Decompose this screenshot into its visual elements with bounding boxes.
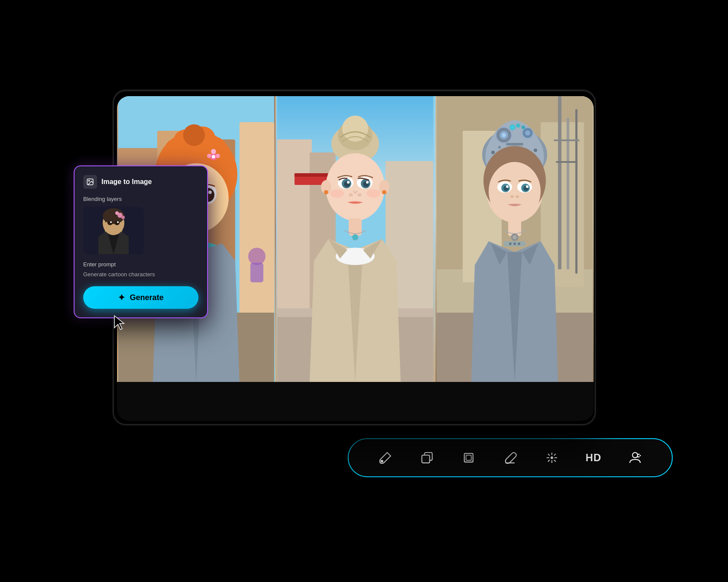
generate-star-icon: ✦	[118, 292, 125, 303]
person-icon[interactable]	[625, 447, 646, 468]
svg-point-23	[207, 154, 211, 158]
svg-line-130	[548, 454, 550, 456]
hd-icon[interactable]: HD	[583, 447, 604, 468]
scifi-panel	[436, 96, 594, 382]
prompt-text: Generate cartoon characters	[83, 271, 198, 278]
svg-point-58	[358, 193, 362, 197]
svg-point-139	[637, 454, 638, 455]
layers-icon[interactable]	[417, 447, 438, 468]
realistic-panel	[276, 96, 435, 382]
prompt-label: Enter prompt	[83, 261, 198, 268]
svg-rect-70	[575, 109, 577, 274]
svg-point-104	[509, 242, 511, 245]
blending-image-inner	[83, 207, 144, 254]
blending-label: Blending layers	[83, 196, 198, 202]
svg-point-56	[366, 181, 369, 184]
svg-point-79	[525, 130, 530, 136]
svg-point-98	[510, 195, 514, 198]
svg-point-108	[88, 180, 89, 181]
svg-point-99	[515, 195, 519, 198]
svg-point-97	[526, 185, 528, 188]
svg-point-59	[330, 189, 344, 198]
svg-point-120	[381, 460, 384, 462]
svg-point-62	[352, 234, 358, 240]
svg-point-96	[506, 185, 508, 188]
svg-point-116	[107, 221, 113, 225]
svg-point-57	[349, 193, 353, 197]
svg-point-102	[512, 235, 517, 239]
generate-button[interactable]: ✦ Generate	[83, 286, 198, 309]
svg-point-89	[488, 162, 540, 221]
svg-point-18	[208, 191, 212, 194]
svg-point-135	[633, 453, 638, 458]
cursor	[114, 315, 126, 330]
svg-point-82	[521, 126, 525, 129]
svg-point-118	[110, 221, 112, 223]
svg-rect-68	[558, 96, 561, 269]
svg-rect-124	[466, 455, 471, 460]
svg-rect-72	[556, 161, 577, 163]
svg-point-11	[183, 124, 205, 146]
svg-point-85	[533, 149, 537, 152]
svg-point-134	[551, 456, 553, 459]
svg-point-106	[517, 242, 520, 245]
svg-point-55	[347, 181, 350, 184]
svg-point-44	[326, 153, 385, 221]
svg-point-140	[637, 456, 638, 458]
svg-point-138	[638, 456, 640, 458]
generate-label: Generate	[130, 293, 163, 302]
svg-point-136	[638, 454, 640, 455]
svg-point-115	[115, 211, 119, 215]
blending-image	[83, 207, 144, 254]
svg-point-117	[114, 221, 120, 225]
svg-point-114	[121, 216, 125, 219]
toolbar: HD	[348, 438, 673, 477]
svg-point-48	[382, 190, 387, 194]
svg-point-21	[211, 149, 216, 154]
svg-rect-31	[250, 263, 263, 282]
svg-line-132	[554, 454, 556, 456]
svg-point-81	[516, 123, 520, 128]
svg-point-80	[510, 125, 515, 130]
svg-point-84	[498, 146, 500, 149]
magic-icon[interactable]	[542, 447, 562, 468]
svg-rect-122	[422, 455, 430, 463]
panel-card: Image to Image Blending layers	[74, 165, 208, 318]
svg-point-77	[501, 133, 506, 137]
svg-line-131	[554, 460, 556, 462]
svg-point-29	[248, 248, 266, 265]
svg-rect-86	[506, 143, 523, 146]
svg-point-83	[491, 151, 494, 154]
svg-point-24	[212, 155, 215, 158]
panel-card-title: Image to Image	[101, 178, 152, 186]
brush-icon[interactable]	[375, 447, 396, 468]
svg-point-137	[640, 455, 641, 456]
svg-point-43	[342, 116, 368, 142]
svg-point-60	[367, 189, 380, 198]
svg-point-105	[513, 242, 516, 245]
svg-point-47	[324, 190, 328, 194]
svg-point-119	[117, 221, 119, 223]
panel-header: Image to Image	[83, 175, 198, 189]
svg-rect-123	[465, 453, 473, 462]
panel-card-icon	[83, 175, 97, 189]
eraser-icon[interactable]	[500, 447, 521, 468]
svg-line-133	[548, 460, 550, 462]
hd-label: HD	[585, 452, 601, 464]
crop-icon[interactable]	[458, 447, 479, 468]
svg-point-22	[216, 154, 220, 158]
svg-rect-71	[553, 139, 579, 141]
